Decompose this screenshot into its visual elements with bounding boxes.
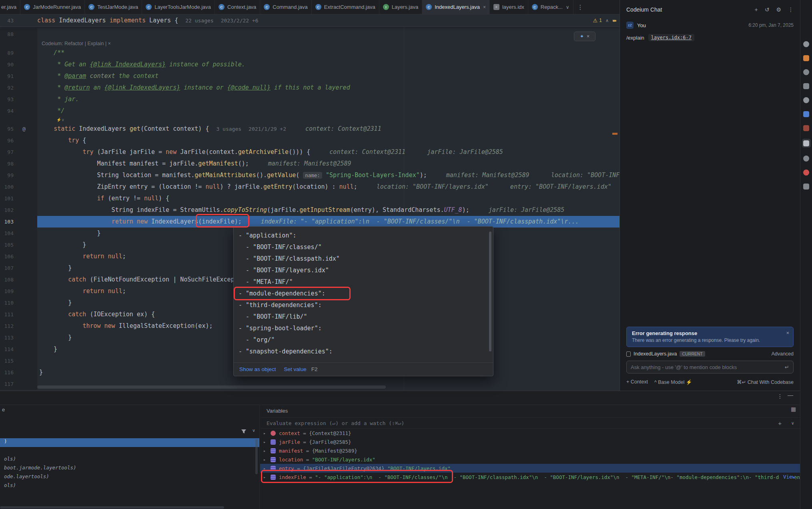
chevron-right-icon[interactable]: ▸ bbox=[263, 457, 269, 462]
ai-assistant-widget[interactable]: ✦ × bbox=[574, 32, 595, 41]
kebab-menu-icon[interactable]: ⋮ bbox=[777, 393, 783, 399]
codeium-inline-action-icon[interactable]: ⚡∨ bbox=[56, 117, 64, 123]
stack-frame-row[interactable]: boot.jarmode.layertools) bbox=[0, 465, 259, 473]
code-line-89[interactable]: 89 /** bbox=[0, 47, 620, 59]
stack-frame-row[interactable]: ols) bbox=[0, 456, 259, 465]
model-selector[interactable]: ^ Base Model ⚡ bbox=[654, 379, 692, 385]
editor-horizontal-scrollbar[interactable] bbox=[0, 385, 620, 389]
record-icon[interactable] bbox=[802, 169, 811, 176]
code-line-88[interactable]: 88 bbox=[0, 28, 620, 40]
code-vision-hint[interactable]: 3 usages bbox=[216, 126, 241, 132]
chevron-right-icon[interactable]: ▸ bbox=[263, 466, 269, 471]
code-vision-hint[interactable]: 2021/1/29 +2 bbox=[249, 126, 286, 132]
kebab-menu-icon[interactable]: ⋮ bbox=[788, 6, 794, 13]
codeium-chat-icon[interactable] bbox=[802, 139, 811, 148]
editor-tab-jarmoderunner-java[interactable]: CJarModeRunner.java bbox=[20, 0, 85, 14]
enter-icon[interactable]: ↵ bbox=[785, 364, 789, 370]
code-line-90[interactable]: 90 * Get an {@link IndexedLayers} instan… bbox=[0, 59, 620, 70]
code-line-95[interactable]: 95@ static IndexedLayers get(Context con… bbox=[0, 123, 620, 135]
pull-requests-icon[interactable] bbox=[802, 55, 811, 61]
stack-frame-row[interactable]: ode.layertools) bbox=[0, 473, 259, 482]
code-line-93[interactable]: 93 * jar. bbox=[0, 94, 620, 105]
editor-tab-testjarmode-java[interactable]: CTestJarMode.java bbox=[85, 0, 142, 14]
stack-frame-row[interactable] bbox=[0, 447, 259, 456]
popup-scrollbar[interactable] bbox=[489, 232, 491, 351]
notifications-icon[interactable] bbox=[802, 41, 811, 47]
editor-tab-layertoolsjarmode-java[interactable]: CLayerToolsJarMode.java bbox=[142, 0, 215, 14]
scrollbar-thumb[interactable] bbox=[37, 385, 386, 389]
variable-row-context[interactable]: ▸context = {Context@2311} bbox=[260, 429, 800, 437]
editor-tab-command-java[interactable]: CCommand.java bbox=[260, 0, 311, 14]
code-line-91[interactable]: 91 * @param context the context bbox=[0, 70, 620, 82]
chevron-down-icon[interactable]: ∨ bbox=[566, 4, 569, 10]
todo-icon[interactable] bbox=[802, 69, 811, 75]
close-icon[interactable]: × bbox=[108, 41, 111, 46]
chevron-right-icon[interactable]: ▸ bbox=[263, 440, 269, 444]
variable-row-jarFile[interactable]: ▸jarFile = {JarFile@2585} bbox=[260, 437, 800, 446]
code-line-102[interactable]: 102 String indexFile = StreamUtils.copyT… bbox=[0, 204, 620, 216]
history-icon[interactable]: ↺ bbox=[765, 6, 770, 13]
chevron-right-icon[interactable]: ▸ bbox=[263, 475, 269, 479]
prev-problem-icon[interactable]: ∧ bbox=[605, 14, 609, 27]
context-file-name[interactable]: IndexedLayers.java bbox=[634, 351, 677, 357]
build-icon[interactable] bbox=[802, 97, 811, 103]
close-icon[interactable]: × bbox=[786, 330, 789, 336]
stack-frame-row[interactable]: ols) bbox=[0, 482, 259, 491]
ai-chat-icon[interactable]: ✦ bbox=[580, 34, 584, 39]
set-value-link[interactable]: Set value bbox=[284, 363, 307, 375]
close-icon[interactable]: × bbox=[587, 34, 589, 39]
minimize-icon[interactable]: — bbox=[788, 392, 793, 398]
new-chat-icon[interactable]: + bbox=[755, 6, 758, 13]
chevron-down-icon[interactable]: ∨ bbox=[252, 428, 255, 433]
codeium-refactor-explain-actions[interactable]: Codeium: Refactor | Explain bbox=[42, 41, 104, 46]
show-as-object-link[interactable]: Show as object bbox=[239, 363, 276, 375]
variable-row-entry[interactable]: ▸entry = {JarFile$JarFileEntry@2634} "BO… bbox=[260, 464, 800, 473]
chevron-right-icon[interactable]: ▸ bbox=[263, 449, 269, 453]
code-line-101[interactable]: 101 if (entry != null) { bbox=[0, 193, 620, 204]
variable-row-indexFile[interactable]: ▸indexFile = "- "application":\n - "BOOT… bbox=[260, 473, 800, 481]
editor-tab-layers-java[interactable]: ILayers.java bbox=[379, 0, 422, 14]
chat-input-field[interactable] bbox=[631, 364, 785, 370]
usages-hint[interactable]: 22 usages bbox=[185, 14, 213, 27]
editor-tab-indexedlayers-java[interactable]: CIndexedLayers.java× bbox=[422, 0, 490, 14]
code-line-99[interactable]: 99 String location = manifest.getMainAtt… bbox=[0, 170, 620, 181]
gear-icon[interactable]: ⚙ bbox=[776, 6, 781, 13]
dependencies-icon[interactable] bbox=[802, 155, 811, 162]
editor-tab-extractcommand-java[interactable]: CExtractCommand.java bbox=[312, 0, 379, 14]
code-line-100[interactable]: 100 ZipEntry entry = (location != null) … bbox=[0, 181, 620, 193]
advanced-link[interactable]: Advanced bbox=[771, 351, 794, 357]
chat-with-codebase-button[interactable]: ⌘↵ Chat With Codebase bbox=[737, 379, 794, 385]
editor-tab-layers-idx[interactable]: ≡layers.idx bbox=[490, 0, 528, 14]
structure-icon[interactable] bbox=[802, 83, 811, 89]
chat-input[interactable]: ↵ bbox=[626, 361, 794, 373]
chevron-right-icon[interactable]: ▸ bbox=[263, 431, 269, 435]
code-line-103[interactable]: 103 return new IndexedLayers(indexFile);… bbox=[0, 216, 620, 228]
add-context-button[interactable]: + Context bbox=[626, 379, 648, 385]
code-line-97[interactable]: 97 try (JarFile jarFile = new JarFile(co… bbox=[0, 146, 620, 158]
frames-horizontal-scrollbar[interactable] bbox=[0, 506, 224, 509]
gradle-icon[interactable] bbox=[802, 183, 811, 190]
tab-overflow-icon[interactable]: ⋮ bbox=[573, 0, 587, 14]
code-reference-chip[interactable]: layers.idx:6-7 bbox=[648, 34, 694, 41]
editor-tab-context-java[interactable]: CContext.java bbox=[215, 0, 260, 14]
filter-icon[interactable] bbox=[241, 429, 247, 436]
warning-icon[interactable]: ⚠ bbox=[593, 14, 598, 27]
chevron-down-icon[interactable]: ∨ bbox=[791, 421, 794, 426]
code-line-92[interactable]: 92 * @return an {@link IndexedLayers} in… bbox=[0, 82, 620, 94]
close-icon[interactable]: × bbox=[483, 4, 486, 10]
code-line-94[interactable]: 94 */ bbox=[0, 105, 620, 117]
code-line-96[interactable]: 96 try { bbox=[0, 135, 620, 146]
variable-row-manifest[interactable]: ▸manifest = {Manifest@2589} bbox=[260, 446, 800, 455]
frames-scrollbar[interactable] bbox=[255, 439, 258, 474]
view-value-link[interactable]: View bbox=[779, 473, 795, 481]
stack-frame-row[interactable]: ) bbox=[0, 438, 259, 447]
database-icon[interactable] bbox=[802, 111, 811, 117]
evaluate-expression-input[interactable]: Evaluate expression (↵) or add a watch (… bbox=[260, 417, 800, 429]
add-watch-icon[interactable]: + bbox=[778, 420, 782, 427]
variable-row-location[interactable]: ▸location = "BOOT-INF/layers.idx" bbox=[260, 455, 800, 464]
code-line-98[interactable]: 98 Manifest manifest = jarFile.getManife… bbox=[0, 158, 620, 170]
profiler-icon[interactable] bbox=[802, 125, 811, 131]
vcs-date-hint[interactable]: 2023/2/22 +6 bbox=[221, 14, 259, 27]
editor-tab-repack[interactable]: CRepack...∨ bbox=[528, 0, 573, 14]
editor-tab-er-java[interactable]: er.java bbox=[0, 0, 20, 14]
